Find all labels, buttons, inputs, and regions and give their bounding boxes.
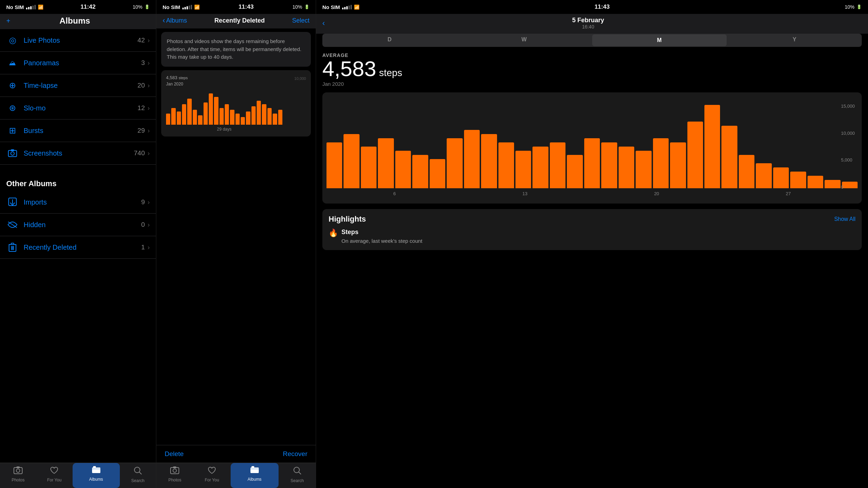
status-left-3: No SIM 📶	[322, 4, 359, 10]
live-photos-count: 42	[138, 36, 145, 44]
live-photos-chevron: ›	[148, 37, 150, 44]
list-item-panoramas[interactable]: ⛰ Panoramas 3 ›	[0, 52, 156, 74]
carrier-label-2: No SIM	[163, 4, 180, 10]
tab-search-1[interactable]: Search	[120, 463, 156, 488]
tab-albums-2[interactable]: Albums	[231, 463, 279, 488]
mini-bar	[251, 106, 256, 125]
recently-deleted-chevron: ›	[148, 244, 150, 251]
time-lapse-count: 20	[138, 82, 145, 89]
time-lapse-icon: ⊕	[6, 79, 19, 92]
main-chart-bar	[653, 138, 669, 188]
media-types-list: ◎ Live Photos 42 › ⛰ Panoramas 3 › ⊕ Tim…	[0, 29, 156, 463]
main-chart-bar	[498, 142, 514, 188]
delete-button[interactable]: Delete	[165, 450, 184, 458]
slo-mo-count: 12	[138, 104, 145, 112]
main-chart-bar	[739, 155, 754, 188]
main-chart-bar	[344, 134, 359, 188]
imports-count: 9	[141, 198, 145, 206]
chart-bars	[326, 98, 858, 188]
main-chart-bar	[584, 138, 600, 188]
battery-icon-1: 🔋	[144, 5, 150, 9]
main-chart-bar	[636, 151, 651, 188]
list-item-recently-deleted[interactable]: Recently Deleted 1 ›	[0, 236, 156, 259]
mini-bar	[214, 97, 218, 124]
battery-pct-2: 10%	[292, 4, 302, 10]
main-chart-bar	[361, 147, 377, 188]
stats-area: AVERAGE 4,583 steps Jan 2020	[316, 52, 868, 92]
status-left-2: No SIM 📶	[163, 4, 200, 10]
tab-foryou-2[interactable]: For You	[193, 463, 231, 488]
list-item-hidden[interactable]: Hidden 0 ›	[0, 214, 156, 236]
svg-line-16	[139, 472, 141, 474]
time-lapse-label: Time-lapse	[24, 82, 138, 90]
main-chart-bar	[721, 126, 737, 188]
main-chart-bar	[704, 105, 720, 188]
mini-bar	[246, 111, 250, 124]
main-chart-bar	[567, 155, 582, 188]
tab-bar-1: Photos For You Albums Search	[0, 463, 156, 488]
svg-rect-20	[250, 468, 259, 473]
svg-rect-0	[8, 150, 17, 157]
recover-button[interactable]: Recover	[283, 450, 307, 458]
svg-point-11	[16, 469, 20, 472]
health-back-button[interactable]: ‹	[322, 19, 325, 28]
main-chart-bar	[430, 159, 445, 188]
health-date-text: 5 February	[325, 17, 851, 24]
bursts-icon: ⊞	[6, 124, 19, 137]
show-all-button[interactable]: Show All	[834, 216, 855, 222]
mini-bar	[267, 108, 272, 125]
hidden-chevron: ›	[148, 221, 150, 229]
tab-albums-1[interactable]: Albums	[73, 463, 120, 488]
svg-point-1	[11, 152, 14, 155]
mini-bar	[278, 110, 282, 124]
steps-highlight-label: Steps	[341, 229, 855, 236]
mini-bar	[230, 110, 234, 124]
panel-health: No SIM 📶 11:43 10% 🔋 ‹ 5 February 16:40	[316, 0, 868, 488]
list-item-live-photos[interactable]: ◎ Live Photos 42 ›	[0, 29, 156, 52]
back-to-albums-button[interactable]: ‹ Albums	[163, 16, 187, 25]
screenshots-count: 740	[134, 149, 145, 157]
mini-bar	[257, 101, 261, 125]
list-item-slo-mo[interactable]: ⊛ Slo-mo 12 ›	[0, 97, 156, 119]
tab-photos-label-2: Photos	[168, 478, 181, 482]
tab-bar-2: Photos For You Albums Search	[156, 463, 316, 488]
recently-deleted-icon	[6, 241, 19, 254]
mini-bar	[193, 110, 197, 124]
time-lapse-chevron: ›	[148, 82, 150, 89]
tab-albums-label-2: Albums	[248, 477, 262, 482]
tab-search-2[interactable]: Search	[279, 463, 316, 488]
carrier-label-3: No SIM	[322, 4, 340, 10]
y-label-5000: 5,000	[841, 157, 855, 163]
list-item-imports[interactable]: Imports 9 ›	[0, 191, 156, 214]
mini-chart-area: 4,583 steps Jan 2020 29 days 10,000	[161, 70, 311, 137]
list-item-time-lapse[interactable]: ⊕ Time-lapse 20 ›	[0, 74, 156, 97]
period-tab-M[interactable]: M	[592, 34, 727, 46]
highlights-title: Highlights	[329, 215, 366, 224]
mini-chart-bars	[166, 90, 282, 125]
mini-bar	[198, 115, 202, 124]
add-album-button[interactable]: +	[6, 17, 10, 25]
tab-foryou-1[interactable]: For You	[36, 463, 72, 488]
bursts-label: Bursts	[24, 127, 138, 135]
health-back-arrow: ‹	[322, 19, 325, 28]
period-tab-D[interactable]: D	[322, 34, 457, 47]
health-nav-header: ‹ 5 February 16:40	[316, 14, 868, 34]
screenshots-chevron: ›	[148, 150, 150, 157]
select-button[interactable]: Select	[292, 17, 309, 24]
albums-tab-icon-2	[250, 466, 259, 475]
search-tab-icon-1	[134, 466, 142, 477]
mini-bar	[225, 104, 229, 124]
main-chart-bar	[619, 147, 634, 188]
tab-photos-2[interactable]: Photos	[156, 463, 193, 488]
wifi-icon-1: 📶	[38, 5, 43, 10]
main-chart-bar	[532, 147, 548, 188]
list-item-bursts[interactable]: ⊞ Bursts 29 ›	[0, 119, 156, 142]
mini-chart-days: 29 days	[166, 127, 282, 132]
list-item-screenshots[interactable]: Screenshots 740 ›	[0, 142, 156, 165]
period-tab-W[interactable]: W	[457, 34, 591, 47]
status-right-3: 10% 🔋	[845, 4, 862, 10]
period-tab-Y[interactable]: Y	[727, 34, 862, 47]
main-chart-bar	[756, 163, 771, 188]
tab-albums-label-1: Albums	[89, 477, 103, 482]
tab-photos-1[interactable]: Photos	[0, 463, 36, 488]
